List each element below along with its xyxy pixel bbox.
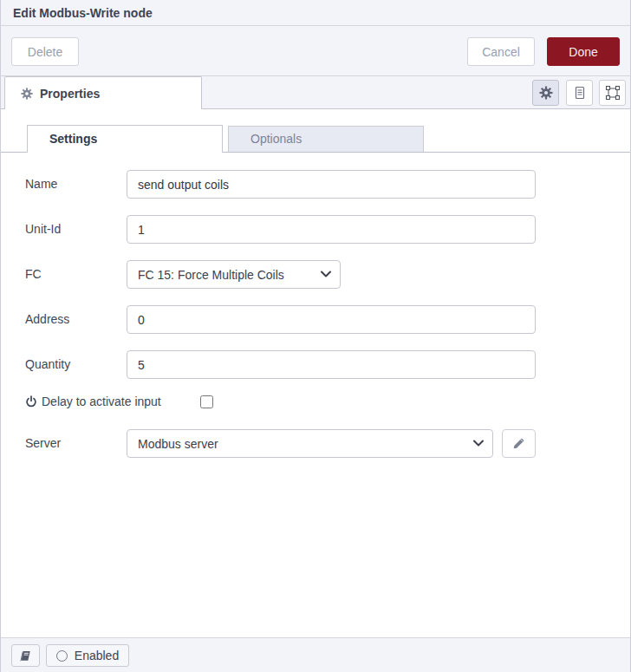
fc-label: FC <box>25 260 42 289</box>
power-icon <box>25 395 37 408</box>
unit-id-input[interactable] <box>127 215 536 244</box>
address-input[interactable] <box>127 305 536 334</box>
book-icon <box>19 649 32 662</box>
docs-button[interactable] <box>11 644 40 667</box>
done-button[interactable]: Done <box>547 37 620 66</box>
properties-icon-button[interactable] <box>532 80 559 106</box>
server-select[interactable]: Modbus server <box>127 429 493 458</box>
name-label: Name <box>25 170 57 199</box>
properties-panel: Settings Optionals Name Unit-Id FC FC 15… <box>1 108 630 637</box>
server-select-wrap: Modbus server <box>127 429 493 458</box>
unit-id-label: Unit-Id <box>25 215 61 244</box>
delete-button[interactable]: Delete <box>11 37 79 66</box>
gear-icon <box>21 88 33 100</box>
quantity-label: Quantity <box>25 350 70 379</box>
edit-node-dialog: Edit Modbus-Write node Delete Cancel Don… <box>0 0 631 672</box>
gear-icon <box>539 86 553 100</box>
dialog-footer: Enabled <box>1 637 630 672</box>
fc-select[interactable]: FC 15: Force Multiple Coils <box>127 260 341 289</box>
tab-properties-label: Properties <box>40 87 100 101</box>
dialog-button-row: Delete Cancel Done <box>1 26 630 76</box>
delay-row: Delay to activate input <box>25 393 630 410</box>
fc-select-wrap: FC 15: Force Multiple Coils <box>127 260 341 289</box>
tab-optionals[interactable]: Optionals <box>228 126 424 152</box>
description-icon-button[interactable] <box>566 80 593 106</box>
edit-server-button[interactable] <box>502 429 536 458</box>
tab-settings[interactable]: Settings <box>27 125 223 153</box>
name-input[interactable] <box>127 170 536 199</box>
cancel-button[interactable]: Cancel <box>467 37 535 66</box>
tray-tab-bar: Properties <box>1 76 630 108</box>
delay-label: Delay to activate input <box>42 395 161 408</box>
appearance-icon-button[interactable] <box>599 80 626 106</box>
pencil-icon <box>512 437 525 450</box>
node-enabled-toggle[interactable]: Enabled <box>46 644 129 667</box>
address-label: Address <box>25 305 69 334</box>
enabled-label: Enabled <box>75 649 119 662</box>
quantity-input[interactable] <box>127 350 536 379</box>
tab-properties[interactable]: Properties <box>4 76 202 109</box>
server-label: Server <box>25 429 61 458</box>
appearance-icon <box>605 85 621 101</box>
status-circle-icon <box>56 650 68 662</box>
document-icon <box>573 86 587 100</box>
dialog-title: Edit Modbus-Write node <box>1 0 630 26</box>
delay-checkbox[interactable] <box>200 395 213 408</box>
dialog-title-bar: Edit Modbus-Write node <box>1 0 630 26</box>
